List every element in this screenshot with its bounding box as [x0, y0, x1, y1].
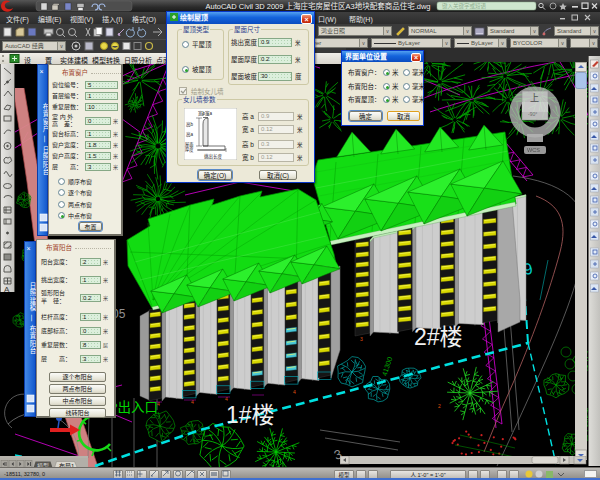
svg-text:高a: 高a	[186, 131, 193, 138]
svg-text:4: 4	[293, 389, 296, 395]
svg-text:2#楼: 2#楼	[414, 324, 463, 350]
svg-text:2: 2	[438, 403, 441, 409]
svg-text:挑出长度: 挑出长度	[204, 153, 222, 160]
svg-text:高b: 高b	[186, 121, 193, 128]
svg-text:厚度: 厚度	[185, 146, 194, 153]
svg-text:AutoCAD Civil 3D 2009 上海庄宅房屋住: AutoCAD Civil 3D 2009 上海庄宅房屋住区A3地块配套商品住宅…	[205, 1, 430, 11]
svg-text:3: 3	[360, 336, 363, 342]
svg-text:WCS: WCS	[527, 147, 540, 153]
svg-text:键入关键字或短语: 键入关键字或短语	[442, 2, 487, 10]
svg-text:1#楼: 1#楼	[226, 402, 275, 428]
svg-text:上: 上	[530, 93, 539, 103]
svg-text:?出入口: ?出入口	[110, 400, 158, 415]
svg-text:A: A	[4, 285, 10, 292]
svg-text:北: 北	[527, 85, 532, 92]
svg-text:-90°: -90°	[528, 111, 537, 117]
svg-text:宽b宽a: 宽b宽a	[198, 110, 213, 117]
